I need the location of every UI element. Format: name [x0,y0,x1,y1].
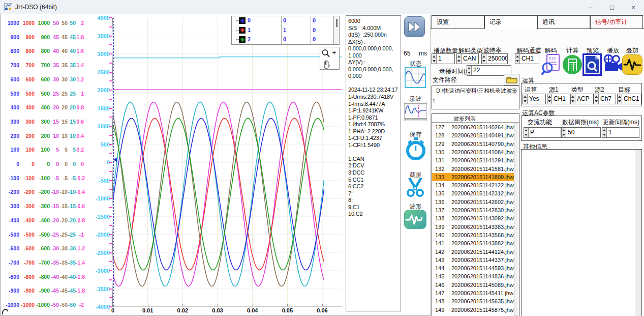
tab-signal-power[interactable]: 信号/功率计 [590,15,643,29]
spin-down-arrow[interactable] [433,60,436,62]
other-info-scrollbar[interactable] [635,150,641,316]
operation-spinner-4[interactable]: Ch7 [594,94,616,104]
spin-down-arrow[interactable] [618,100,621,102]
spin-down-arrow[interactable] [562,134,565,136]
spin-up-arrow[interactable] [482,55,485,58]
field-spinner-2[interactable]: CAN [456,53,479,64]
close-button[interactable]: × [623,0,644,14]
pan-hand-icon[interactable] [322,59,331,69]
spin-up-arrow[interactable] [524,96,527,98]
spinner-arrows[interactable] [547,94,552,104]
spinner-arrows[interactable] [524,128,529,137]
file-list-row[interactable]: 14820200620151145635.jhw [432,297,514,305]
spin-down-arrow[interactable] [603,134,606,136]
file-list-row[interactable]: 13320200620151141809.jhw [432,173,514,181]
spinner-arrows[interactable] [457,54,462,64]
file-list-row[interactable]: 14020200620151143568.jhw [432,231,514,239]
spin-down-arrow[interactable] [482,60,485,62]
ac-spinner-1[interactable]: P [524,127,561,138]
file-list-row[interactable]: 13420200620151142122.jhw [432,181,514,189]
channel-legend[interactable]: 000110200300 [231,16,340,45]
folder-button[interactable] [504,74,519,85]
spinner-arrows[interactable] [602,128,607,137]
spin-up-arrow[interactable] [457,55,461,58]
waveform-file-list[interactable]: 波形列表12720200620151140264.jhw128202006201… [432,113,519,316]
file-list-row[interactable]: 13120200620151141291.jhw [432,156,514,164]
minimize-button[interactable]: – [580,0,601,14]
spin-down-arrow[interactable] [548,100,551,102]
file-list-row[interactable]: 13520200620151142312.jhw [432,189,514,197]
spin-down-arrow[interactable] [595,100,598,102]
waveform-button-icon[interactable] [404,210,426,229]
spin-up-arrow[interactable] [571,96,574,98]
file-list-row[interactable]: 12920200620151140790.jhw [432,140,514,148]
spin-down-arrow[interactable] [524,100,527,102]
file-list-scrollbar[interactable] [514,123,519,316]
scissors-icon[interactable] [405,178,425,197]
operation-spinner-2[interactable]: CH1 [547,94,569,104]
file-list-row[interactable]: 14220200620151144124.jhw [432,248,514,256]
file-list-row[interactable]: 13920200620151143383.jhw [432,223,514,231]
spinner-arrows[interactable] [594,94,599,104]
file-list-row[interactable]: 13620200620151142602.jhw [432,198,514,206]
file-list-row[interactable]: 14320200620151144337.jhw [432,256,514,264]
operation-spinner-5[interactable]: ChC1 [617,94,641,104]
operation-spinner-3[interactable]: ACP [570,94,594,104]
tab-comm[interactable]: 通讯 [537,15,590,29]
calculator-icon[interactable] [562,53,582,76]
spinner-arrows[interactable] [482,54,486,64]
file-list-row[interactable]: 14920200620151145875.jhw [432,306,514,314]
tab-record[interactable]: 记录 [484,15,537,29]
file-list-row[interactable]: 14720200620151145411.jhw [432,289,514,297]
file-list-row[interactable]: 15020200620151146184.jhw [432,314,514,316]
spin-down-arrow[interactable] [468,72,471,74]
spin-up-arrow[interactable] [516,55,519,58]
spinner-arrows[interactable] [562,128,566,137]
spinner-arrows[interactable] [515,54,520,64]
legend-row[interactable]: 110 [232,26,339,36]
file-list-row[interactable]: 14620200620151145089.jhw [432,281,514,289]
file-list-row[interactable]: 14520200620151144836.jhw [432,272,514,280]
operation-spinner-1[interactable]: Yes [523,94,546,104]
spinner-arrows[interactable] [571,94,575,104]
file-list-row[interactable]: 12820200620151140491.jhw [432,131,514,139]
spin-up-arrow[interactable] [433,55,436,58]
ac-spinner-3[interactable]: 1 [602,127,639,138]
graph-tools-palette[interactable]: + [320,47,340,70]
ac-spinner-2[interactable]: 50 [561,127,601,138]
spin-down-arrow[interactable] [525,134,528,136]
decode-icon[interactable]: 010 [541,53,560,76]
legend-scrollbar[interactable] [333,16,339,44]
spin-up-arrow[interactable] [603,129,606,131]
field-spinner-3[interactable]: 250000 [481,53,508,64]
spin-down-arrow[interactable] [457,60,461,62]
spin-up-arrow[interactable] [595,96,598,98]
file-list-row[interactable]: 14420200620151144593.jhw [432,264,514,272]
spin-up-arrow[interactable] [525,129,528,131]
file-list-row[interactable]: 14120200620151143882.jhw [432,239,514,247]
preview-icon[interactable] [582,53,602,76]
status-waveform-icon[interactable] [405,67,426,88]
record-wave-icon[interactable] [404,102,427,121]
maximize-button[interactable]: □ [601,0,623,14]
spin-up-arrow[interactable] [618,96,621,98]
waveform-plot[interactable] [113,18,342,307]
spinner-arrows[interactable] [618,94,622,104]
spin-down-arrow[interactable] [571,100,574,102]
spin-up-arrow[interactable] [468,67,471,69]
fast-forward-button[interactable] [404,16,425,37]
file-path-box[interactable]: D:\快速访问资料\三相机录波波形¶ [432,85,519,109]
zoom-in-tool[interactable]: + [332,48,336,56]
spin-down-arrow[interactable] [516,60,519,62]
field-spinner-4[interactable]: CH1 [515,53,539,64]
spinner-arrows[interactable] [467,66,472,75]
spinner-arrows[interactable] [432,54,437,64]
stopwatch-icon[interactable] [405,137,427,161]
tab-settings[interactable]: 设置 [432,15,484,29]
play-camera-icon[interactable] [603,53,622,76]
legend-scroll-thumb[interactable] [336,19,338,27]
legend-row[interactable]: 300 [232,45,339,45]
spinner-arrows[interactable] [523,94,528,104]
file-list-row[interactable]: 12720200620151140264.jhw [432,123,514,131]
file-list-row[interactable]: 13820200620151143092.jhw [432,214,514,222]
